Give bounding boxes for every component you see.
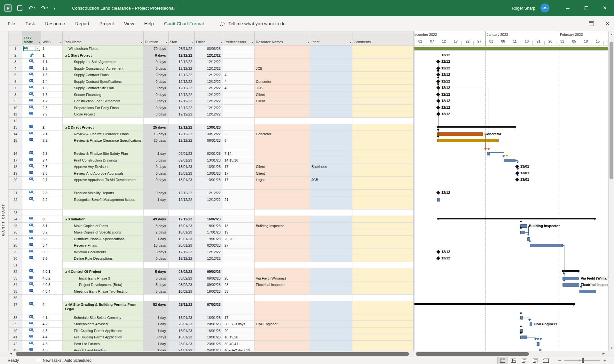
comments-cell[interactable] [352, 229, 413, 236]
menu-task[interactable]: Task [25, 21, 35, 26]
finish-date-cell[interactable]: 16/02/23 [195, 288, 223, 295]
row-number[interactable]: 13 [9, 124, 22, 131]
vertical-scrollbar-thumb[interactable] [610, 42, 613, 179]
duration-cell[interactable]: 52 days [144, 301, 169, 314]
finish-date-cell[interactable]: 12/12/22 [195, 111, 223, 118]
task-bar[interactable]: Electrical Inspector [563, 283, 579, 287]
wbs-cell[interactable]: 3.2 [41, 229, 63, 236]
comments-cell[interactable] [352, 288, 413, 295]
task-mode-cell[interactable]: → [22, 255, 41, 262]
row-number[interactable]: 26 [9, 229, 22, 236]
duration-cell[interactable]: 0 days [144, 72, 169, 78]
milestone-diamond[interactable] [515, 178, 519, 182]
plant-cell[interactable] [310, 78, 352, 85]
plant-cell[interactable] [310, 255, 352, 262]
row-number[interactable]: 4 [9, 65, 22, 72]
task-name-cell[interactable]: Make Copies of Specifications [63, 229, 144, 236]
column-header-plant[interactable]: Plant▾ [310, 31, 352, 45]
task-mode-cell[interactable]: → [22, 72, 41, 78]
comments-cell[interactable] [352, 157, 413, 164]
start-date-cell[interactable]: 12/12/22 [169, 255, 195, 262]
comments-cell[interactable] [352, 52, 413, 59]
task-name-cell[interactable]: Supply Contract Site Plan [63, 85, 144, 91]
plant-cell[interactable]: Backhoes [310, 163, 352, 170]
wbs-cell[interactable]: 3 [41, 216, 63, 223]
task-mode-cell[interactable]: → [22, 341, 41, 347]
wbs-cell[interactable]: 2.9 [41, 111, 63, 118]
predecessors-cell[interactable] [223, 52, 255, 59]
row-number[interactable]: 23 [9, 210, 22, 216]
start-date-cell[interactable]: 12/12/22 [169, 105, 195, 111]
start-date-cell[interactable]: 23/01/23 [169, 341, 195, 347]
task-mode-cell[interactable]: →▾ [22, 45, 41, 52]
start-date-cell[interactable] [169, 210, 195, 216]
comments-cell[interactable] [352, 124, 413, 131]
close-button[interactable]: ✕ [595, 0, 614, 16]
duration-cell[interactable]: 0 days [144, 78, 169, 85]
predecessors-cell[interactable]: 19 [223, 229, 255, 236]
milestone-diamond[interactable] [436, 250, 440, 254]
comments-cell[interactable] [352, 65, 413, 72]
wbs-cell[interactable]: 2.8 [41, 190, 63, 196]
row-number[interactable]: 35 [9, 288, 22, 295]
plant-cell[interactable] [310, 45, 352, 52]
finish-date-cell[interactable]: 19/01/23 [195, 236, 223, 242]
task-name-cell[interactable]: Approve Appraisals To Aid Development [63, 177, 144, 190]
plant-cell[interactable]: JCB [310, 177, 352, 190]
duration-cell[interactable]: 20 days [144, 137, 169, 150]
predecessors-cell[interactable]: 20 [223, 328, 255, 334]
resource-names-cell[interactable]: Concretor [255, 78, 310, 85]
finish-date-cell[interactable]: 12/12/22 [195, 59, 223, 65]
team-planner-view-button[interactable] [519, 357, 530, 364]
task-name-cell[interactable]: Post Lot Futures [63, 341, 144, 347]
zoom-out-icon[interactable]: − [558, 358, 561, 364]
predecessors-cell[interactable] [223, 91, 255, 98]
duration-cell[interactable]: 5 days [144, 288, 169, 295]
scroll-down-icon[interactable]: ▼ [609, 345, 614, 351]
finish-date-cell[interactable]: 13/01/23 [195, 157, 223, 164]
plant-cell[interactable] [310, 118, 352, 124]
comments-cell[interactable] [352, 210, 413, 216]
plant-cell[interactable] [310, 105, 352, 111]
predecessors-cell[interactable]: 6 [223, 137, 255, 150]
task-name-cell[interactable] [63, 118, 144, 124]
finish-date-cell[interactable]: 09/02/23 [195, 281, 223, 288]
start-date-cell[interactable]: 12/12/22 [169, 249, 195, 256]
new-tasks-mode[interactable]: → New Tasks : Auto Scheduled [37, 358, 91, 363]
comments-cell[interactable] [352, 328, 413, 334]
start-date-cell[interactable]: 12/12/22 [169, 85, 195, 91]
row-number[interactable]: 30 [9, 255, 22, 262]
task-bar[interactable]: Concretor [437, 132, 483, 136]
wbs-cell[interactable]: 2.3 [41, 150, 63, 157]
predecessors-cell[interactable]: 39,40,41 [223, 341, 255, 347]
wbs-cell[interactable]: 4.5 [41, 341, 63, 347]
task-name-cell[interactable]: Make Copies of Plans [63, 223, 144, 229]
duration-cell[interactable] [144, 295, 169, 301]
finish-date-cell[interactable]: 16/02/23 [195, 216, 223, 223]
duration-cell[interactable]: 0 days [144, 111, 169, 118]
summary-bar[interactable] [437, 126, 516, 128]
comments-cell[interactable] [352, 216, 413, 223]
duration-cell[interactable]: 1 day [144, 196, 169, 210]
task-mode-cell[interactable]: → [22, 163, 41, 170]
row-number[interactable]: 28 [9, 242, 22, 249]
predecessors-cell[interactable] [223, 45, 255, 52]
row-number[interactable]: 37 [9, 301, 22, 314]
row-number[interactable]: 15 [9, 137, 22, 150]
finish-date-cell[interactable]: 12/12/22 [195, 190, 223, 196]
predecessors-cell[interactable] [223, 301, 255, 314]
start-date-cell[interactable]: 12/12/22 [169, 78, 195, 85]
task-mode-cell[interactable]: → [22, 170, 41, 177]
resource-names-cell[interactable] [255, 314, 310, 321]
comments-cell[interactable] [352, 111, 413, 118]
predecessors-cell[interactable] [223, 59, 255, 65]
task-mode-cell[interactable]: → [22, 150, 41, 157]
resource-sheet-view-button[interactable] [530, 357, 541, 364]
duration-cell[interactable]: 49 days [144, 216, 169, 223]
task-mode-cell[interactable]: → [22, 91, 41, 98]
task-bar[interactable]: Civil Engineer [530, 322, 532, 326]
project-summary-bar[interactable] [414, 47, 608, 50]
row-number[interactable]: 43 [9, 347, 22, 351]
comments-cell[interactable] [352, 190, 413, 196]
task-bar[interactable] [520, 336, 527, 339]
